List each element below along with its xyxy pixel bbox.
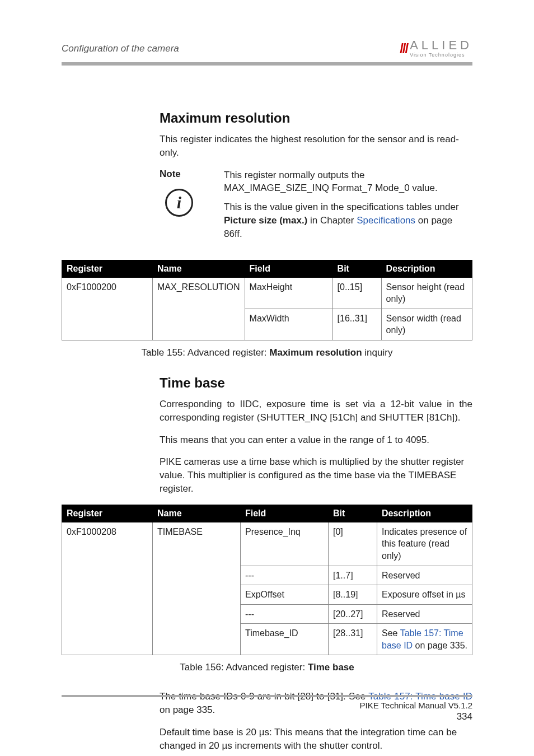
section-running-title: Configuration of the camera (62, 43, 179, 54)
logo-slashes-icon: /// (400, 41, 407, 57)
table-maximum-resolution: Register Name Field Bit Description 0xF1… (62, 260, 472, 340)
logo-sub-text: Vision Technologies (410, 53, 472, 58)
table-row: 0xF1000200 MAX_RESOLUTION MaxHeight [0..… (62, 277, 472, 309)
timebase-p3: PIKE cameras use a time base which is mu… (160, 455, 472, 495)
timebase-p2: This means that you can enter a value in… (160, 433, 472, 447)
col-bit: Bit (332, 260, 381, 277)
page-header: Configuration of the camera /// ALLIED V… (62, 39, 472, 58)
col-register: Register (62, 260, 153, 277)
col-name: Name (153, 260, 245, 277)
note-block: Note i This register normally outputs th… (160, 169, 472, 246)
brand-logo: /// ALLIED Vision Technologies (400, 39, 472, 58)
timebase-p5: Default time base is 20 µs: This means t… (160, 726, 472, 753)
heading-time-base: Time base (160, 375, 472, 391)
col-register: Register (62, 505, 153, 522)
heading-maximum-resolution: Maximum resolution (160, 110, 472, 126)
note-paragraph-1: This register normally outputs the MAX_I… (224, 169, 472, 195)
maxres-intro: This register indicates the highest reso… (160, 133, 472, 160)
col-field: Field (241, 505, 329, 522)
note-label: Note (160, 169, 224, 180)
table-155-caption: Table 155: Advanced register: Maximum re… (62, 347, 472, 358)
footer-page-number: 334 (62, 711, 472, 722)
col-name: Name (153, 505, 241, 522)
col-description: Description (377, 505, 472, 522)
timebase-p1: Corresponding to IIDC, exposure time is … (160, 398, 472, 424)
col-description: Description (381, 260, 472, 277)
table-156-caption: Table 156: Advanced register: Time base (62, 662, 472, 673)
page-footer: PIKE Technical Manual V5.1.2 334 (62, 695, 472, 722)
table-time-base: Register Name Field Bit Description 0xF1… (62, 505, 472, 656)
col-field: Field (245, 260, 332, 277)
header-divider (62, 62, 472, 66)
footer-divider (62, 695, 472, 697)
logo-main-text: ALLIED (410, 39, 472, 52)
table-row: 0xF1000208 TIMEBASE Presence_Inq [0] Ind… (62, 522, 472, 566)
note-paragraph-2: This is the value given in the specifica… (224, 200, 472, 240)
footer-manual-title: PIKE Technical Manual V5.1.2 (62, 701, 472, 710)
link-specifications[interactable]: Specifications (357, 215, 415, 226)
col-bit: Bit (329, 505, 377, 522)
info-icon: i (165, 189, 193, 217)
